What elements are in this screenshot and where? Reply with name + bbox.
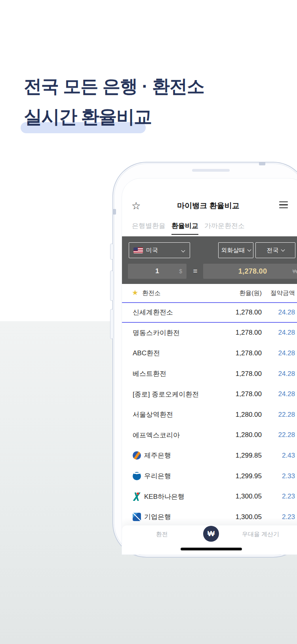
dollar-symbol: $ bbox=[179, 268, 182, 274]
saving-amount-value: 2.23 bbox=[263, 486, 295, 507]
bank-logo-icon bbox=[133, 493, 141, 501]
table-row[interactable]: [종로] 종로오케이환전 1,278.00 24.28 bbox=[122, 384, 297, 404]
exchange-rate-value: 1,280.00 bbox=[202, 404, 262, 425]
column-name: 환전소 bbox=[142, 289, 161, 297]
hero-title-line1: 전국 모든 은행 · 환전소 bbox=[24, 75, 204, 98]
exchange-name: 에프엑스코리아 bbox=[133, 425, 180, 446]
table-row[interactable]: KEB하나은행 1,300.05 2.23 bbox=[122, 486, 297, 507]
phone-antenna-band-left bbox=[112, 209, 116, 215]
phone-antenna-band-top bbox=[259, 162, 265, 165]
hero-title-line2: 실시간 환율비교 bbox=[24, 106, 152, 127]
table-row[interactable]: 신세계환전소 1,278.00 24.28 bbox=[122, 302, 297, 323]
exchange-name: 제주은행 bbox=[133, 445, 171, 466]
chevron-down-icon bbox=[247, 247, 251, 251]
rate-value: 1,278.00 bbox=[203, 264, 297, 279]
exchange-rate-value: 1,278.00 bbox=[202, 323, 262, 343]
table-row[interactable]: 서울상역환전 1,280.00 22.28 bbox=[122, 404, 297, 425]
home-indicator-bar[interactable] bbox=[181, 548, 242, 550]
exchange-table: 신세계환전소 1,278.00 24.28 명동스카이환전 1,278.00 2… bbox=[122, 302, 297, 527]
exchange-name: [종로] 종로오케이환전 bbox=[133, 384, 199, 404]
table-row[interactable]: 에프엑스코리아 1,280.00 22.28 bbox=[122, 425, 297, 446]
saving-amount-value: 22.28 bbox=[263, 404, 295, 425]
hero-section: 전국 모든 은행 · 환전소 실시간 환율비교 bbox=[24, 75, 204, 128]
region-value: 전국 bbox=[267, 247, 279, 254]
saving-amount-value: 24.28 bbox=[263, 323, 295, 343]
amount-value: 1 bbox=[128, 264, 187, 279]
exchange-name: 명동스카이환전 bbox=[133, 323, 180, 343]
favorite-star-icon[interactable]: ☆ bbox=[131, 201, 141, 211]
tab-rate-comparison[interactable]: 환율비교 bbox=[171, 221, 198, 235]
phone-side-button-2 bbox=[110, 270, 114, 301]
country-dropdown[interactable]: 미국 bbox=[129, 242, 190, 258]
saving-amount-value: 24.28 bbox=[263, 343, 295, 364]
rate-output: 1,278.00 ₩ bbox=[203, 264, 297, 279]
phone-speaker bbox=[192, 169, 230, 172]
chevron-down-icon bbox=[281, 247, 285, 251]
table-row[interactable]: 우리은행 1,299.95 2.33 bbox=[122, 466, 297, 487]
nav-item-rate-calculator[interactable]: 우대율 계산기 bbox=[237, 531, 284, 538]
phone-side-button-3 bbox=[110, 309, 114, 339]
exchange-rate-value: 1,278.00 bbox=[202, 364, 262, 384]
saving-amount-value: 2.43 bbox=[263, 445, 295, 466]
app-screen: ☆ 마이뱅크 환율비교 은행별환율 환율비교 가까운환전소 미국 외화살때 bbox=[122, 178, 297, 555]
amount-input[interactable]: 1 $ bbox=[128, 264, 187, 279]
exchange-rate-value: 1,278.00 bbox=[202, 343, 262, 364]
table-row[interactable]: 베스트환전 1,278.00 24.28 bbox=[122, 364, 297, 384]
exchange-name: 우리은행 bbox=[133, 466, 171, 487]
bank-logo-icon bbox=[133, 472, 141, 480]
exchange-rate-value: 1,300.05 bbox=[202, 486, 262, 507]
exchange-name: 베스트환전 bbox=[133, 364, 166, 384]
app-title: 마이뱅크 환율비교 bbox=[177, 201, 239, 211]
saving-amount-value: 2.23 bbox=[263, 507, 295, 527]
filter-panel: 미국 외화살때 전국 1 $ = 1,278.00 bbox=[122, 236, 297, 284]
exchange-rate-value: 1,299.95 bbox=[202, 466, 262, 487]
saving-amount-value: 24.28 bbox=[263, 303, 295, 322]
equals-sign: = bbox=[192, 264, 198, 279]
hamburger-menu-icon[interactable] bbox=[279, 201, 288, 209]
exchange-name: ABC환전 bbox=[133, 343, 160, 364]
app-header: ☆ 마이뱅크 환율비교 bbox=[122, 178, 297, 218]
region-dropdown[interactable]: 전국 bbox=[255, 242, 295, 258]
phone-mockup: ☆ 마이뱅크 환율비교 은행별환율 환율비교 가까운환전소 미국 외화살때 bbox=[112, 162, 297, 558]
column-rate: 환율(원) bbox=[202, 289, 262, 297]
saving-amount-value: 2.33 bbox=[263, 466, 295, 487]
table-row[interactable]: 제주은행 1,299.85 2.43 bbox=[122, 445, 297, 466]
exchange-rate-value: 1,300.05 bbox=[202, 507, 262, 527]
exchange-name: 서울상역환전 bbox=[133, 404, 173, 425]
exchange-rate-value: 1,299.85 bbox=[202, 445, 262, 466]
table-header: ★ 환전소 환율(원) 절약금액 bbox=[122, 284, 297, 302]
exchange-name: KEB하나은행 bbox=[133, 486, 185, 507]
exchange-rate-value: 1,278.00 bbox=[202, 303, 262, 322]
exchange-rate-value: 1,280.00 bbox=[202, 425, 262, 446]
table-row[interactable]: ABC환전 1,278.00 24.28 bbox=[122, 343, 297, 364]
tab-bank-rates[interactable]: 은행별환율 bbox=[132, 221, 166, 235]
won-currency-icon[interactable]: ₩ bbox=[203, 526, 219, 542]
bank-logo-icon bbox=[133, 451, 141, 460]
hero-title-line2-wrap: 실시간 환율비교 bbox=[24, 106, 174, 128]
trade-type-value: 외화살때 bbox=[221, 247, 245, 254]
nav-item-exchange[interactable]: 환전 bbox=[150, 531, 174, 538]
tab-nearby-exchange[interactable]: 가까운환전소 bbox=[204, 221, 245, 235]
chevron-down-icon bbox=[181, 249, 185, 253]
table-row[interactable]: 기업은행 1,300.05 2.23 bbox=[122, 507, 297, 527]
trade-type-dropdown[interactable]: 외화살때 bbox=[218, 242, 253, 258]
exchange-name: 신세계환전소 bbox=[133, 303, 173, 322]
saving-amount-value: 24.28 bbox=[263, 364, 295, 384]
landing-page: 전국 모든 은행 · 환전소 실시간 환율비교 ☆ 마이뱅크 환율비교 은행별환… bbox=[0, 0, 297, 644]
us-flag-icon bbox=[133, 247, 143, 253]
column-saving: 절약금액 bbox=[263, 289, 295, 297]
table-row[interactable]: 명동스카이환전 1,278.00 24.28 bbox=[122, 323, 297, 343]
phone-side-button-1 bbox=[110, 243, 114, 260]
saving-amount-value: 24.28 bbox=[263, 384, 295, 404]
gold-star-icon[interactable]: ★ bbox=[132, 289, 138, 296]
tab-bar: 은행별환율 환율비교 가까운환전소 bbox=[132, 221, 245, 235]
won-symbol: ₩ bbox=[293, 268, 297, 274]
country-dropdown-value: 미국 bbox=[146, 247, 158, 254]
exchange-name: 기업은행 bbox=[133, 507, 171, 527]
exchange-rate-value: 1,278.00 bbox=[202, 384, 262, 404]
bottom-nav: 환전 ₩ 우대율 계산기 bbox=[122, 525, 297, 555]
saving-amount-value: 22.28 bbox=[263, 425, 295, 446]
bank-logo-icon bbox=[133, 513, 141, 521]
